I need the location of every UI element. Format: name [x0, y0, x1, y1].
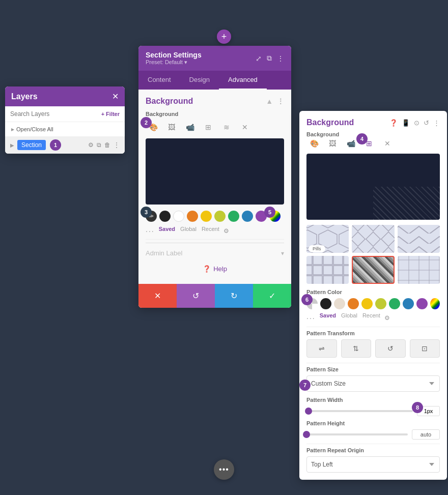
pattern-width-row: 8 — [306, 406, 440, 416]
pattern-height-input[interactable] — [412, 429, 440, 440]
right-bg-title: Background — [306, 118, 354, 127]
bg-none-type-btn[interactable]: ✕ — [237, 121, 253, 133]
layers-close-button[interactable]: ✕ — [112, 92, 119, 101]
transform-rotate[interactable]: ↺ — [375, 339, 406, 358]
right-undo-icon[interactable]: ↺ — [424, 119, 429, 127]
undo-button[interactable]: ↺ — [177, 284, 215, 308]
redo-button[interactable]: ↻ — [215, 284, 253, 308]
tab-advanced[interactable]: Advanced — [219, 71, 267, 90]
color-tab-recent[interactable]: Recent — [202, 226, 219, 232]
tab-design[interactable]: Design — [180, 71, 219, 90]
layers-header: Layers ✕ — [5, 86, 125, 106]
bottom-more-button[interactable]: ••• — [214, 459, 234, 480]
layers-open-close[interactable]: Open/Close All — [5, 122, 125, 136]
help-row[interactable]: ❓ Help — [146, 261, 284, 277]
right-color-orange[interactable] — [348, 298, 359, 309]
right-three-dots[interactable]: ··· — [306, 314, 316, 322]
pattern-width-thumb[interactable] — [305, 407, 312, 415]
trash-icon[interactable]: 🗑 — [104, 141, 110, 149]
color-row: 3 ✏ 5 — [146, 211, 284, 222]
color-tab-saved[interactable]: Saved — [159, 226, 175, 232]
transform-flip-h[interactable]: ⇌ — [306, 339, 337, 358]
right-color-row: 6 — [306, 298, 440, 309]
three-dots-btn[interactable]: ··· — [146, 227, 155, 235]
pattern-grid-lines[interactable] — [398, 256, 440, 284]
color-blue[interactable] — [242, 211, 253, 222]
right-color-green[interactable] — [389, 298, 400, 309]
right-bg-color-btn[interactable]: 🎨 — [306, 137, 322, 150]
copy-icon[interactable]: ⧉ — [97, 141, 101, 149]
admin-label-chevron[interactable]: ▾ — [281, 250, 284, 257]
eyedropper-wrapper: 3 ✏ — [146, 211, 157, 222]
color-tabs: Saved Global Recent — [159, 226, 219, 232]
right-color-blue[interactable] — [403, 298, 414, 309]
color-white[interactable] — [173, 211, 184, 222]
background-section-title: Background ▲ ⋮ — [146, 97, 284, 106]
right-color-tab-saved[interactable]: Saved — [320, 312, 336, 318]
section-panel-title-group: Section Settings Preset: Default ▾ — [146, 51, 202, 66]
right-help-icon[interactable]: ❓ — [389, 119, 398, 127]
more-options-icon[interactable]: ⋮ — [277, 54, 284, 63]
pattern-height-label: Pattern Height — [306, 420, 440, 426]
right-mobile-icon[interactable]: 📱 — [402, 119, 410, 127]
pattern-width-track[interactable] — [306, 410, 413, 412]
right-color-lime[interactable] — [375, 298, 386, 309]
bg-more-icon[interactable]: ⋮ — [277, 97, 284, 105]
pattern-height-thumb[interactable] — [303, 431, 310, 438]
pattern-stripe[interactable] — [352, 256, 394, 284]
layers-section-item: ▶ Section 1 ⚙ ⧉ 🗑 ⋮ — [5, 136, 125, 154]
right-color-tab-global[interactable]: Global — [341, 312, 357, 318]
right-bg-none-btn[interactable]: ✕ — [380, 137, 395, 150]
right-gradient-btn[interactable] — [430, 298, 440, 309]
pattern-size-select[interactable]: Custom Size Cover Contain Initial — [306, 375, 440, 392]
bg-pattern-type-btn[interactable]: ≋ — [219, 121, 234, 133]
pattern-diamond[interactable] — [352, 225, 394, 253]
transform-reset[interactable]: ⊡ — [410, 339, 440, 358]
more-icon[interactable]: ⋮ — [114, 141, 120, 149]
bg-gradient-type-btn[interactable]: ⊞ — [201, 121, 216, 133]
pattern-height-track[interactable] — [306, 433, 408, 435]
gradient-picker-wrapper: 5 — [269, 211, 281, 222]
right-color-purple[interactable] — [416, 298, 428, 309]
color-orange[interactable] — [187, 211, 198, 222]
transform-flip-v[interactable]: ⇅ — [341, 339, 372, 358]
right-color-black[interactable] — [320, 298, 331, 309]
section-label: Section — [17, 140, 46, 150]
right-color-settings-icon[interactable]: ⚙ — [384, 314, 390, 322]
right-more-icon[interactable]: ⋮ — [433, 119, 440, 127]
tab-content[interactable]: Content — [138, 71, 180, 90]
color-lime[interactable] — [214, 211, 226, 222]
save-button[interactable]: ✓ — [253, 284, 291, 308]
layers-search-input[interactable] — [10, 110, 98, 118]
pattern-square[interactable] — [306, 256, 349, 284]
settings-icon[interactable]: ⚙ — [88, 141, 94, 149]
color-tab-global[interactable]: Global — [180, 226, 197, 232]
split-icon[interactable]: ⧉ — [267, 54, 272, 63]
bg-image-type-btn[interactable]: 🖼 — [164, 121, 179, 133]
layers-filter-button[interactable]: + Filter — [101, 111, 120, 117]
resize-icon[interactable]: ⤢ — [256, 54, 262, 63]
color-tabs-row: ··· Saved Global Recent ⚙ — [146, 226, 284, 236]
cancel-button[interactable]: ✕ — [138, 284, 177, 308]
pattern-chevron[interactable] — [398, 225, 440, 253]
color-settings-icon[interactable]: ⚙ — [223, 227, 229, 235]
right-bg-type-icons: 🎨 🖼 📹 4 ⊞ ✕ — [306, 137, 440, 150]
right-color-beige[interactable] — [334, 298, 345, 309]
chevron-up-icon[interactable]: ▲ — [266, 97, 273, 105]
right-color-yellow[interactable] — [361, 298, 373, 309]
right-target-icon[interactable]: ⊙ — [414, 119, 419, 127]
plus-icon: + — [221, 32, 227, 42]
bg-video-type-btn[interactable]: 📹 — [182, 121, 198, 133]
right-bg-pattern-wrapper: 4 ⊞ — [361, 137, 377, 150]
section-tabs: Content Design Advanced — [138, 71, 291, 90]
pattern-repeat-origin-select[interactable]: Top Left Top Center Top Right Center Bot… — [306, 456, 440, 473]
right-bg-image-btn[interactable]: 🖼 — [325, 137, 340, 150]
right-color-tab-recent[interactable]: Recent — [362, 312, 380, 318]
color-green[interactable] — [228, 211, 239, 222]
pattern-width-input-wrapper: 8 — [417, 406, 440, 416]
color-black[interactable] — [159, 211, 171, 222]
color-yellow[interactable] — [201, 211, 212, 222]
add-section-button[interactable]: + — [217, 30, 231, 44]
section-panel-title: Section Settings — [146, 51, 202, 59]
bg-label: Background — [146, 111, 284, 117]
